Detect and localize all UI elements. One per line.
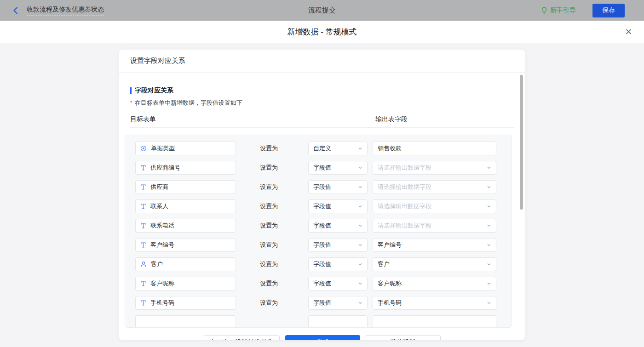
flow-name[interactable]: 收款流程及修改优惠券状态 bbox=[27, 6, 104, 16]
target-field-chip[interactable]: 客户编号 bbox=[135, 238, 236, 252]
mode-select[interactable]: 字段值 bbox=[308, 238, 368, 252]
mode-select[interactable]: 自定义 bbox=[308, 142, 368, 155]
chevron-down-icon bbox=[358, 223, 362, 228]
back-button[interactable] bbox=[12, 6, 19, 15]
rows-container: 单据类型 设置为 自定义 销售收款 供应商编号 设置为 字段值 bbox=[125, 135, 512, 328]
mode-select-value: 字段值 bbox=[313, 222, 331, 230]
divider bbox=[130, 127, 514, 128]
chevron-down-icon bbox=[358, 281, 362, 286]
mode-select[interactable]: 字段值 bbox=[308, 199, 368, 213]
target-field-label: 单据类型 bbox=[151, 144, 175, 153]
mapping-row: 客户 设置为 字段值 客户 bbox=[135, 257, 512, 271]
output-field-select[interactable] bbox=[373, 315, 496, 328]
mode-select[interactable]: 字段值 bbox=[308, 257, 368, 271]
mapping-row: 手机号码 设置为 字段值 手机号码 bbox=[135, 296, 512, 310]
target-field-chip[interactable]: 手机号码 bbox=[135, 296, 236, 310]
mode-select[interactable] bbox=[308, 315, 368, 328]
close-icon bbox=[625, 28, 632, 35]
chevron-down-icon bbox=[358, 243, 362, 247]
mapping-row: 客户编号 设置为 字段值 客户编号 bbox=[135, 238, 512, 252]
chevron-down-icon bbox=[358, 262, 362, 267]
output-field-select[interactable]: 销售收款 bbox=[373, 142, 496, 155]
mapping-row: 联系电话 设置为 字段值 请选择输出数据字段 bbox=[135, 219, 512, 233]
mode-select-value: 字段值 bbox=[313, 183, 331, 191]
output-field-select[interactable]: 请选择输出数据字段 bbox=[373, 161, 496, 175]
output-field-select[interactable]: 手机号码 bbox=[373, 296, 496, 310]
text-icon bbox=[140, 300, 146, 306]
output-field-select[interactable]: 客户 bbox=[373, 257, 496, 271]
dialog-header: 新增数据 - 常规模式 bbox=[0, 21, 644, 43]
set-as-label: 设置为 bbox=[260, 183, 280, 191]
user-icon bbox=[140, 261, 147, 267]
chevron-down-icon bbox=[487, 243, 491, 247]
close-button[interactable] bbox=[625, 28, 632, 35]
target-field-chip[interactable]: 客户昵称 bbox=[135, 277, 236, 290]
target-field-chip[interactable]: 联系人 bbox=[135, 199, 236, 213]
chevron-down-icon bbox=[487, 281, 491, 286]
chevron-left-icon bbox=[12, 6, 19, 15]
set-as-label: 设置为 bbox=[260, 299, 280, 307]
target-field-label: 供应商 bbox=[150, 183, 168, 191]
mode-select-value: 自定义 bbox=[313, 144, 331, 153]
set-as-label: 设置为 bbox=[260, 164, 280, 172]
target-field-chip[interactable]: 供应商编号 bbox=[135, 161, 236, 175]
chevron-down-icon bbox=[358, 146, 362, 151]
target-field-chip[interactable]: 客户 bbox=[135, 257, 236, 271]
dialog-footer: 上一步：设置触发动作 完成 其他设置 bbox=[119, 331, 525, 340]
target-field-chip[interactable] bbox=[135, 315, 236, 328]
target-field-chip[interactable]: 联系电话 bbox=[135, 219, 236, 233]
column-headers: 目标表单 输出表字段 bbox=[130, 115, 514, 124]
chevron-down-icon bbox=[487, 262, 491, 267]
target-field-chip[interactable]: 单据类型 bbox=[135, 142, 236, 155]
other-settings-button[interactable]: 其他设置 bbox=[366, 335, 441, 340]
chevron-down-icon bbox=[487, 301, 491, 305]
mode-select-value: 字段值 bbox=[313, 260, 331, 268]
mode-select-value: 字段值 bbox=[313, 299, 331, 307]
set-as-label: 设置为 bbox=[260, 144, 280, 153]
beginner-guide-label: 新手引导 bbox=[550, 6, 576, 15]
chevron-down-icon bbox=[487, 223, 491, 228]
output-field-value: 手机号码 bbox=[378, 299, 402, 307]
mapping-row: 客户昵称 设置为 字段值 客户昵称 bbox=[135, 277, 512, 290]
chevron-down-icon bbox=[358, 301, 362, 305]
mapping-row: 联系人 设置为 字段值 请选择输出数据字段 bbox=[135, 199, 512, 213]
chevron-down-icon bbox=[487, 165, 491, 170]
mode-select[interactable]: 字段值 bbox=[308, 277, 368, 290]
text-icon bbox=[140, 165, 146, 171]
set-as-label: 设置为 bbox=[260, 222, 280, 230]
output-field-select[interactable]: 客户编号 bbox=[373, 238, 496, 252]
output-field-value: 客户昵称 bbox=[378, 279, 402, 288]
output-field-select[interactable]: 请选择输出数据字段 bbox=[373, 180, 496, 194]
lightbulb-icon bbox=[541, 7, 547, 14]
output-field-select[interactable]: 请选择输出数据字段 bbox=[373, 219, 496, 233]
mode-select[interactable]: 字段值 bbox=[308, 296, 368, 310]
mapping-row: 供应商编号 设置为 字段值 请选择输出数据字段 bbox=[135, 161, 512, 175]
chevron-down-icon bbox=[358, 165, 362, 170]
mapping-row bbox=[135, 315, 512, 328]
output-field-value: 客户编号 bbox=[378, 241, 402, 249]
required-asterisk: * bbox=[130, 100, 132, 106]
output-field-select[interactable]: 客户昵称 bbox=[373, 277, 496, 290]
text-icon bbox=[140, 280, 146, 287]
hint-text: 在目标表单中新增数据，字段值设置如下 bbox=[135, 99, 242, 107]
beginner-guide-link[interactable]: 新手引导 bbox=[541, 6, 576, 15]
text-icon bbox=[140, 184, 146, 190]
done-button[interactable]: 完成 bbox=[285, 335, 360, 340]
mode-select[interactable]: 字段值 bbox=[308, 180, 368, 194]
mode-select[interactable]: 字段值 bbox=[308, 161, 368, 175]
mode-select-value: 字段值 bbox=[313, 202, 331, 210]
save-button[interactable]: 保存 bbox=[592, 4, 625, 17]
topbar: 收款流程及修改优惠券状态 流程提交 新手引导 保存 bbox=[0, 0, 644, 21]
chevron-down-icon bbox=[358, 185, 362, 189]
output-field-select[interactable]: 请选择输出数据字段 bbox=[373, 199, 496, 213]
mode-select[interactable]: 字段值 bbox=[308, 219, 368, 233]
set-as-label: 设置为 bbox=[260, 202, 280, 210]
target-field-label: 供应商编号 bbox=[150, 164, 180, 172]
scrollbar-thumb[interactable] bbox=[520, 75, 523, 210]
output-field-value: 客户 bbox=[378, 260, 390, 268]
target-field-chip[interactable]: 供应商 bbox=[135, 180, 236, 194]
mode-select-value: 字段值 bbox=[313, 164, 331, 172]
card-title: 设置字段对应关系 bbox=[119, 50, 525, 73]
text-icon bbox=[140, 203, 146, 210]
prev-step-button[interactable]: 上一步：设置触发动作 bbox=[204, 335, 280, 340]
